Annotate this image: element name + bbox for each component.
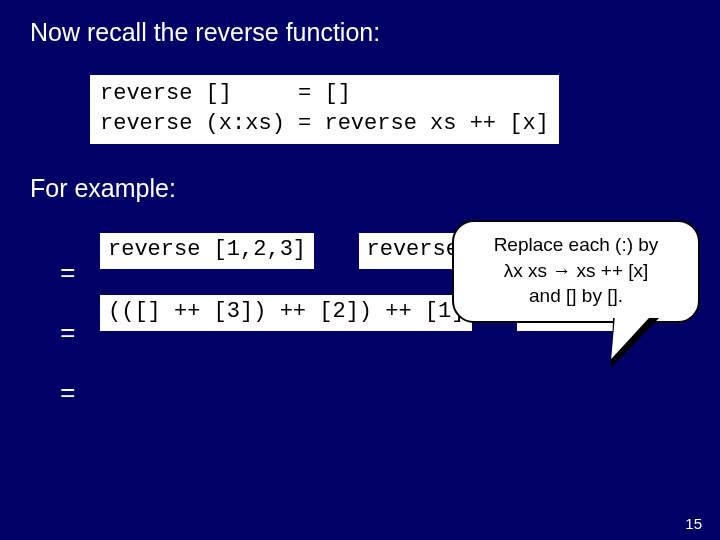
reverse-definition-code: reverse [] = [] reverse (x:xs) = reverse… — [90, 75, 559, 144]
callout-line-1: Replace each (:) by — [466, 232, 686, 258]
for-example-heading: For example: — [30, 174, 690, 203]
equals-3: = — [60, 379, 76, 409]
callout-line-2: λx xs → xs ++ [x] — [466, 258, 686, 284]
slide-title: Now recall the reverse function: — [30, 18, 690, 47]
equals-2: = — [60, 319, 76, 349]
callout-line-3: and [] by []. — [466, 283, 686, 309]
slide: Now recall the reverse function: reverse… — [0, 0, 720, 540]
slide-number: 15 — [685, 515, 702, 532]
step-1: reverse [1,2,3] — [100, 233, 314, 269]
equals-1: = — [60, 259, 76, 289]
explanation-callout: Replace each (:) by λx xs → xs ++ [x] an… — [452, 220, 700, 323]
step-3: (([] ++ [3]) ++ [2]) ++ [1] — [100, 295, 472, 331]
